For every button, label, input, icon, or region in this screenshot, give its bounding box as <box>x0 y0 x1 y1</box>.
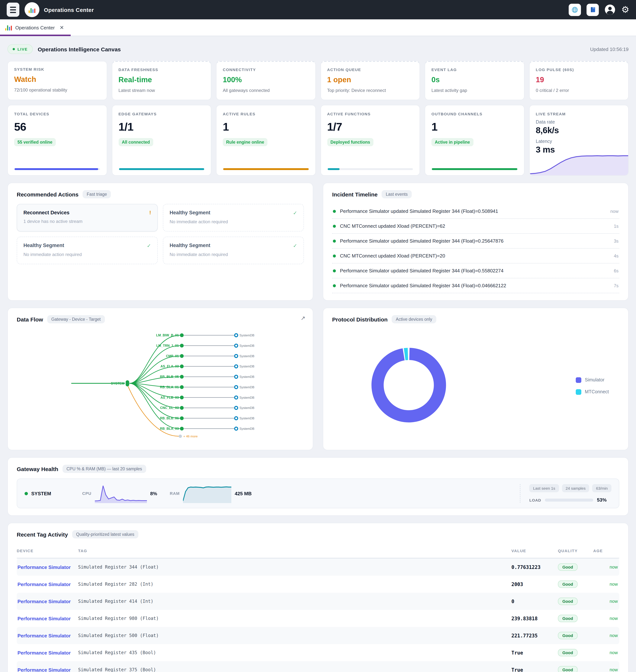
device-link[interactable]: Performance Simulator <box>17 581 78 587</box>
user-icon[interactable] <box>604 4 616 15</box>
incident-timeline-panel: Incident Timeline Last events Performanc… <box>323 183 629 301</box>
table-body: Performance SimulatorSimulated Register … <box>17 558 619 672</box>
value-cell: 0 <box>511 598 558 604</box>
device-link[interactable]: Performance Simulator <box>17 633 78 638</box>
gateway-stats: Last seen 1s24 samples63/min LOAD 53% <box>520 484 612 503</box>
tag-cell: Simulated Register 414 (Int) <box>78 599 511 604</box>
action-card-healthy-segment[interactable]: Healthy Segment✓No immediate action requ… <box>163 204 304 231</box>
legend-swatch <box>576 377 581 383</box>
target-node <box>235 375 238 378</box>
kpi-value: 1/1 <box>118 120 204 133</box>
action-card-healthy-segment[interactable]: Healthy Segment✓No immediate action requ… <box>17 237 158 264</box>
target-node <box>235 386 238 389</box>
quality-cell: Good <box>558 632 593 639</box>
timeline-event: Performance Simulator updated Simulated … <box>332 204 619 219</box>
status-badge: Rule engine online <box>223 138 267 146</box>
device-link[interactable]: Performance Simulator <box>17 564 78 570</box>
quality-badge: Good <box>558 666 577 672</box>
kpi-sub: Top priority: Device reconnect <box>327 88 413 93</box>
panel-badge: Last events <box>382 190 412 198</box>
device-label: RB_BLA_01 <box>160 385 179 389</box>
load-bar <box>545 498 593 501</box>
progress-fill <box>432 168 517 170</box>
table-row: Performance SimulatorSimulated Register … <box>17 610 619 627</box>
panel-badge: CPU % & RAM (MB) — last 20 samples <box>62 465 146 473</box>
event-text: Performance Simulator updated Simulated … <box>340 283 610 288</box>
gateway-stat-badge: 63/min <box>592 484 612 492</box>
kpi-card: ACTION QUEUE1 openTop priority: Device r… <box>320 61 420 100</box>
legend-swatch <box>576 389 581 395</box>
quality-badge: Good <box>558 615 577 622</box>
panel-title: Recommended Actions <box>17 191 78 197</box>
recommended-actions-panel: Recommended Actions Fast triage Reconnec… <box>7 183 313 301</box>
legend-item: MTConnect <box>576 389 609 395</box>
device-label: LM_TRN_1_01 <box>156 344 179 348</box>
alert-icon: ! <box>149 210 151 215</box>
kpi-label: DATA FRESHNESS <box>118 68 204 72</box>
kpi-card: EDGE GATEWAYS1/1All connected <box>112 105 211 176</box>
tab-operations-center[interactable]: Operations Center ✕ <box>0 19 71 36</box>
kpi-label: OUTBOUND CHANNELS <box>432 112 518 116</box>
gateway-node <box>126 380 129 386</box>
kpi-card: OUTBOUND CHANNELS1Active in pipeline <box>425 105 524 176</box>
event-time: now <box>610 209 618 214</box>
globe-icon[interactable] <box>569 3 581 16</box>
device-link[interactable]: Performance Simulator <box>17 650 78 655</box>
kpi-label: EVENT LAG <box>432 68 518 72</box>
data-flow-graph: LM_BIW_B_01SystemDBLM_TRN_1_01SystemDBCM… <box>17 329 304 443</box>
load-label: LOAD <box>529 498 541 502</box>
device-link[interactable]: Performance Simulator <box>17 667 78 672</box>
data-flow-panel: Data Flow Gateway - Device - Target ↗ LM… <box>7 308 313 450</box>
book-icon[interactable] <box>587 3 599 16</box>
panel-badge: Fast triage <box>83 190 111 198</box>
device-link[interactable]: Performance Simulator <box>17 616 78 621</box>
check-icon: ✓ <box>147 243 151 249</box>
target-node <box>235 396 238 399</box>
quality-cell: Good <box>558 580 593 588</box>
tab-chart-icon <box>5 24 12 31</box>
gateway-label: SYSTEM <box>111 382 124 385</box>
tag-cell: Simulated Register 500 (Float) <box>78 633 511 638</box>
value-cell: 0.77631223 <box>511 564 558 570</box>
device-link[interactable]: Performance Simulator <box>17 598 78 604</box>
expand-icon[interactable]: ↗ <box>301 315 305 322</box>
kpi-card: ACTIVE RULES1Rule engine online <box>216 105 316 176</box>
panel-title: Gateway Health <box>17 466 58 472</box>
kpi-label: CONNECTIVITY <box>223 68 309 72</box>
action-card-reconnect-devices[interactable]: Reconnect Devices!1 device has no active… <box>17 204 158 231</box>
hamburger-icon[interactable] <box>7 3 19 17</box>
kpi-card: LOG PULSE (60S)190 critical / 2 error <box>529 61 629 100</box>
page: Operations Center ⚙ <box>0 0 636 672</box>
event-dot-icon <box>333 254 336 257</box>
device-label: RB_BLB_05 <box>160 375 179 379</box>
kpi-label: EDGE GATEWAYS <box>118 112 204 116</box>
action-card-healthy-segment[interactable]: Healthy Segment✓No immediate action requ… <box>163 237 304 264</box>
device-label: RB_BLA_03 <box>160 427 179 430</box>
column-header: QUALITY <box>558 549 593 553</box>
status-badge: 55 verified online <box>14 138 56 146</box>
progress-track <box>223 168 309 170</box>
device-node <box>180 416 183 420</box>
kpi-sub: Latest activity gap <box>432 88 518 93</box>
live-stream-card: LIVE STREAMData rate8,6k/sLatency3 ms <box>529 105 629 176</box>
age-cell: now <box>593 667 619 672</box>
device-node <box>180 385 183 389</box>
column-header: TAG <box>78 549 511 553</box>
ram-sparkline <box>183 484 231 503</box>
updated-timestamp: Updated 10:56:19 <box>590 46 629 52</box>
gateway-row: SYSTEM CPU 8% RAM 425 MB Last seen 1s24 … <box>17 479 619 508</box>
kpi-card: DATA FRESHNESSReal-timeLatest stream now <box>112 61 211 100</box>
live-dot-icon <box>13 48 15 50</box>
tab-bar: Operations Center ✕ <box>0 19 636 36</box>
kpi-value: 1 open <box>327 76 413 84</box>
kpi-label: LOG PULSE (60S) <box>536 68 622 72</box>
gear-icon[interactable]: ⚙ <box>621 5 629 14</box>
more-label[interactable]: + 46 more <box>183 435 198 438</box>
device-label: CNC_EL_03 <box>160 406 179 410</box>
check-icon: ✓ <box>293 210 297 216</box>
status-badge: Deployed functions <box>327 138 373 146</box>
cpu-value: 8% <box>150 491 157 496</box>
panel-title: Recent Tag Activity <box>17 531 68 537</box>
gateway-health-panel: Gateway Health CPU % & RAM (MB) — last 2… <box>7 457 629 516</box>
tab-close-icon[interactable]: ✕ <box>60 24 64 31</box>
